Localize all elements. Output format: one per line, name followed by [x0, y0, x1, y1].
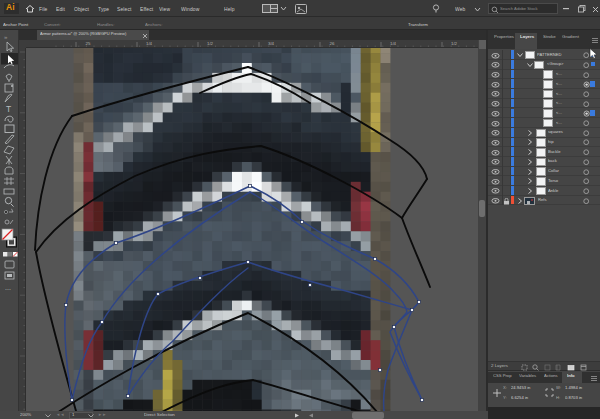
svg-text:T: T — [6, 104, 11, 114]
svg-text:...: ... — [5, 284, 11, 291]
svg-text:»: » — [4, 34, 8, 40]
